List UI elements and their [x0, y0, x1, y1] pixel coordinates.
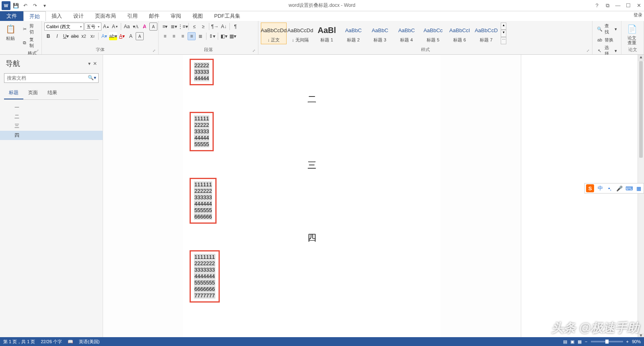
tab-layout[interactable]: 页面布局: [89, 11, 122, 21]
show-marks-button[interactable]: ¶: [231, 23, 239, 31]
nav-close-button[interactable]: ✕: [93, 61, 97, 66]
clear-format-button[interactable]: A̷: [140, 23, 149, 31]
clipboard-launcher[interactable]: ⤢: [36, 49, 41, 54]
ime-keyboard-icon[interactable]: ⌨: [624, 183, 634, 193]
justify-button[interactable]: ≡: [188, 32, 196, 40]
style-item-8[interactable]: AaBbCcD标题 7: [473, 23, 499, 44]
superscript-button[interactable]: x2: [89, 32, 97, 40]
zoom-slider[interactable]: [591, 341, 623, 342]
find-button[interactable]: 🔍查找▾: [595, 23, 619, 35]
close-button[interactable]: ✕: [634, 0, 644, 11]
nav-item[interactable]: 三: [0, 122, 103, 131]
style-item-4[interactable]: AaBbC标题 3: [367, 23, 393, 44]
subscript-button[interactable]: x2: [80, 32, 88, 40]
ime-logo-icon[interactable]: S: [586, 184, 594, 192]
paste-button[interactable]: 📋 粘贴: [2, 23, 19, 42]
qat-more-icon[interactable]: ▾: [40, 1, 49, 10]
ime-menu-icon[interactable]: ▦: [634, 183, 644, 193]
status-proof-icon[interactable]: 📖: [68, 339, 73, 344]
status-language[interactable]: 英语(美国): [79, 339, 99, 345]
paragraph-launcher[interactable]: ⤢: [252, 49, 257, 54]
zoom-out-button[interactable]: −: [585, 339, 587, 344]
tab-references[interactable]: 引用: [122, 11, 143, 21]
view-print-button[interactable]: ▤: [563, 339, 567, 344]
nav-item[interactable]: 二: [0, 112, 103, 122]
minimize-button[interactable]: —: [613, 0, 623, 11]
font-size-combo[interactable]: 五号▾: [85, 23, 101, 31]
tab-view[interactable]: 视图: [187, 11, 208, 21]
italic-button[interactable]: I: [53, 32, 61, 40]
search-icon[interactable]: 🔍▾: [88, 75, 96, 80]
tab-pdf[interactable]: PDF工具集: [208, 11, 246, 21]
ime-toolbar[interactable]: S 中 •, 🎤 ⌨ ▦: [584, 183, 644, 194]
style-item-6[interactable]: AaBbCc标题 5: [420, 23, 446, 44]
zoom-in-button[interactable]: +: [626, 339, 629, 344]
word-icon[interactable]: W: [2, 1, 10, 10]
style-item-0[interactable]: AaBbCcDd↓ 正文: [261, 23, 287, 44]
decrease-indent-button[interactable]: ≤: [190, 23, 198, 31]
style-item-7[interactable]: AaBbCcI标题 6: [447, 23, 473, 44]
scroll-up-icon[interactable]: ▲: [638, 55, 644, 61]
strike-button[interactable]: abc: [71, 32, 79, 40]
underline-button[interactable]: U▾: [62, 32, 70, 40]
highlight-button[interactable]: ab▾: [109, 32, 117, 40]
zoom-thumb[interactable]: [605, 340, 609, 344]
gallery-more-icon[interactable]: ⋯: [501, 37, 506, 44]
cut-button[interactable]: ✂剪切: [20, 23, 39, 35]
nav-dropdown-icon[interactable]: ▾: [88, 61, 91, 66]
align-right-button[interactable]: ≡: [179, 32, 187, 40]
line-spacing-button[interactable]: ⇕▾: [208, 32, 216, 40]
styles-launcher[interactable]: ⤢: [586, 49, 591, 54]
tab-review[interactable]: 审阅: [165, 11, 187, 21]
numbering-button[interactable]: ≣▾: [170, 23, 178, 31]
view-read-button[interactable]: ▣: [570, 339, 574, 344]
tab-mailings[interactable]: 邮件: [143, 11, 165, 21]
char-shading-button[interactable]: A: [127, 32, 135, 40]
scroll-thumb[interactable]: [639, 61, 643, 158]
status-page[interactable]: 第 1 页，共 1 页: [3, 339, 35, 345]
save-button[interactable]: 💾: [11, 1, 20, 10]
maximize-button[interactable]: ☐: [623, 0, 634, 11]
style-item-1[interactable]: AaBbCcDd↓ 无间隔: [287, 23, 313, 44]
font-color-button[interactable]: A▾: [118, 32, 126, 40]
ribbon-toggle-button[interactable]: ⧉: [602, 0, 613, 11]
font-launcher[interactable]: ⤢: [153, 49, 157, 54]
thesis-check-button[interactable]: 📄 论文 查重: [624, 23, 640, 46]
gallery-up-icon[interactable]: ▴: [501, 23, 506, 30]
increase-indent-button[interactable]: ≥: [199, 23, 207, 31]
enclose-char-button[interactable]: A: [149, 23, 157, 31]
replace-button[interactable]: ab替换: [595, 36, 619, 43]
copy-button[interactable]: ⧉复制: [20, 36, 39, 49]
change-case-button[interactable]: Aa: [123, 23, 131, 31]
vertical-scrollbar[interactable]: ▲ ▼: [638, 55, 644, 340]
grow-font-button[interactable]: A▲: [102, 23, 110, 31]
tab-file[interactable]: 文件: [0, 11, 23, 21]
search-input[interactable]: [4, 73, 99, 83]
tab-design[interactable]: 设计: [68, 11, 89, 21]
sort-button[interactable]: A↓: [220, 23, 228, 31]
distribute-button[interactable]: ≣: [196, 32, 204, 40]
tab-insert[interactable]: 插入: [46, 11, 68, 21]
status-words[interactable]: 22/26 个字: [41, 339, 62, 345]
shading-button[interactable]: ◧▾: [220, 32, 228, 40]
phonetic-button[interactable]: ▾A: [132, 23, 140, 31]
style-item-3[interactable]: AaBbC标题 2: [341, 23, 366, 44]
gallery-down-icon[interactable]: ▾: [501, 30, 506, 37]
font-name-combo[interactable]: Calibri (西文▾: [44, 23, 84, 31]
bullets-button[interactable]: ≡▾: [161, 23, 169, 31]
bold-button[interactable]: B: [44, 32, 52, 40]
zoom-level[interactable]: 90%: [632, 339, 641, 344]
document-area[interactable]: 222223333344444二111112222233333444445555…: [103, 55, 521, 340]
ltr-button[interactable]: ¶→: [211, 23, 219, 31]
align-center-button[interactable]: ≡: [170, 32, 178, 40]
char-border-button[interactable]: A: [136, 32, 144, 40]
styles-gallery-scroll[interactable]: ▴ ▾ ⋯: [501, 23, 506, 44]
shrink-font-button[interactable]: A▼: [111, 23, 119, 31]
nav-item[interactable]: 一: [0, 103, 103, 112]
undo-button[interactable]: ↶: [21, 1, 30, 10]
borders-button[interactable]: ▦▾: [229, 32, 237, 40]
style-item-5[interactable]: AaBbC标题 4: [394, 23, 419, 44]
ime-lang-button[interactable]: 中: [595, 183, 605, 193]
text-effects-button[interactable]: A▾: [100, 32, 108, 40]
view-web-button[interactable]: ▦: [578, 339, 582, 344]
